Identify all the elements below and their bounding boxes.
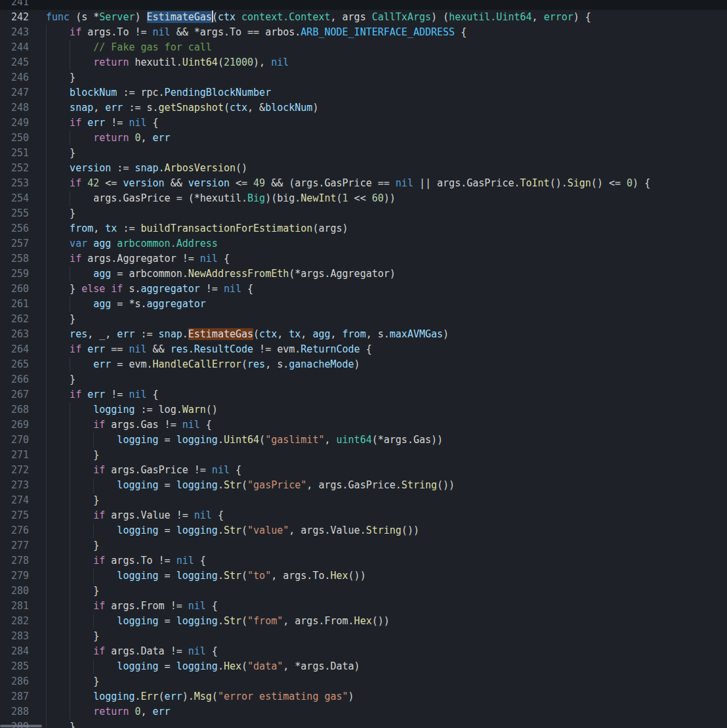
code-line[interactable]: 246} <box>0 70 727 85</box>
code-line[interactable]: 250return 0, err <box>0 131 727 146</box>
code-line[interactable]: 281if args.From != nil { <box>0 599 727 614</box>
line-number[interactable]: 272 <box>0 463 29 478</box>
line-number[interactable]: 283 <box>0 629 29 644</box>
code-editor[interactable]: 241242func (s *Server) EstimateGas(ctx c… <box>0 0 727 728</box>
line-number[interactable]: 280 <box>0 584 29 599</box>
code-line[interactable]: 243if args.To != nil && *args.To == arbo… <box>0 25 727 40</box>
code-line[interactable]: 270logging = logging.Uint64("gaslimit", … <box>0 433 727 448</box>
code-line[interactable]: 244// Fake gas for call <box>0 40 727 55</box>
line-number[interactable]: 257 <box>0 236 29 251</box>
code-line[interactable]: 245return hexutil.Uint64(21000), nil <box>0 55 727 70</box>
code-line[interactable]: 242func (s *Server) EstimateGas(ctx cont… <box>0 10 727 25</box>
line-number[interactable]: 263 <box>0 327 29 342</box>
line-number[interactable]: 259 <box>0 267 29 282</box>
code-line[interactable]: 283} <box>0 629 727 644</box>
code-line[interactable]: 260} else if s.aggregator != nil { <box>0 282 727 297</box>
line-number[interactable]: 274 <box>0 493 29 508</box>
code-line[interactable]: 263res, _, err := snap.EstimateGas(ctx, … <box>0 327 727 342</box>
line-number[interactable]: 270 <box>0 433 29 448</box>
code-line[interactable]: 274} <box>0 493 727 508</box>
code-line[interactable]: 265err = evm.HandleCallError(res, s.gana… <box>0 357 727 372</box>
code-line[interactable]: 267if err != nil { <box>0 387 727 402</box>
line-number[interactable]: 279 <box>0 568 29 584</box>
code-line[interactable]: 249if err != nil { <box>0 116 727 131</box>
code-line[interactable]: 241 <box>0 0 727 10</box>
line-number[interactable]: 242 <box>0 10 29 25</box>
line-number[interactable]: 284 <box>0 644 29 659</box>
line-number[interactable]: 282 <box>0 614 29 629</box>
line-number[interactable]: 262 <box>0 312 29 327</box>
line-number[interactable]: 248 <box>0 100 29 116</box>
line-number[interactable]: 281 <box>0 599 29 614</box>
line-number[interactable]: 250 <box>0 131 29 146</box>
code-line[interactable]: 269if args.Gas != nil { <box>0 418 727 433</box>
code-line[interactable]: 276logging = logging.Str("value", args.V… <box>0 523 727 538</box>
line-number[interactable]: 244 <box>0 40 29 55</box>
code-line[interactable]: 275if args.Value != nil { <box>0 508 727 523</box>
code-line[interactable]: 248snap, err := s.getSnapshot(ctx, &bloc… <box>0 100 727 116</box>
line-number[interactable]: 255 <box>0 206 29 221</box>
line-number[interactable]: 286 <box>0 674 29 689</box>
line-number[interactable]: 269 <box>0 418 29 433</box>
line-number[interactable]: 254 <box>0 191 29 206</box>
code-line[interactable]: 254args.GasPrice = (*hexutil.Big)(big.Ne… <box>0 191 727 206</box>
code-line[interactable]: 287logging.Err(err).Msg("error estimatin… <box>0 689 727 704</box>
line-number[interactable]: 275 <box>0 508 29 523</box>
code-line[interactable]: 255} <box>0 206 727 221</box>
line-number[interactable]: 247 <box>0 85 29 100</box>
code-line[interactable]: 288return 0, err <box>0 704 727 719</box>
line-number[interactable]: 260 <box>0 282 29 297</box>
code-line[interactable]: 251} <box>0 146 727 161</box>
code-line[interactable]: 258if args.Aggregator != nil { <box>0 251 727 267</box>
line-number[interactable]: 265 <box>0 357 29 372</box>
line-number[interactable]: 267 <box>0 387 29 402</box>
line-number[interactable]: 258 <box>0 251 29 267</box>
code-line[interactable]: 279logging = logging.Str("to", args.To.H… <box>0 568 727 584</box>
line-number[interactable]: 253 <box>0 176 29 191</box>
line-number[interactable]: 277 <box>0 538 29 553</box>
line-number[interactable]: 266 <box>0 372 29 387</box>
horizontal-scrollbar-thumb[interactable] <box>0 725 42 727</box>
line-number[interactable]: 273 <box>0 478 29 493</box>
line-number[interactable]: 276 <box>0 523 29 538</box>
line-number[interactable]: 249 <box>0 116 29 131</box>
line-number[interactable]: 243 <box>0 25 29 40</box>
line-number[interactable]: 246 <box>0 70 29 85</box>
code-line[interactable]: 268logging := log.Warn() <box>0 402 727 418</box>
line-number[interactable]: 288 <box>0 704 29 719</box>
line-number[interactable]: 278 <box>0 553 29 568</box>
line-number[interactable]: 252 <box>0 161 29 176</box>
code-line[interactable]: 289} <box>0 719 727 728</box>
code-line[interactable]: 278if args.To != nil { <box>0 553 727 568</box>
code-line[interactable]: 277} <box>0 538 727 553</box>
code-line[interactable]: 284if args.Data != nil { <box>0 644 727 659</box>
code-line[interactable]: 271} <box>0 448 727 463</box>
code-line[interactable]: 273logging = logging.Str("gasPrice", arg… <box>0 478 727 493</box>
code-line[interactable]: 252version := snap.ArbosVersion() <box>0 161 727 176</box>
code-line[interactable]: 266} <box>0 372 727 387</box>
line-number[interactable]: 264 <box>0 342 29 357</box>
code-line[interactable]: 259agg = arbcommon.NewAddressFromEth(*ar… <box>0 267 727 282</box>
code-line[interactable]: 280} <box>0 584 727 599</box>
indent-guide <box>46 463 47 478</box>
code-line[interactable]: 257var agg arbcommon.Address <box>0 236 727 251</box>
code-line[interactable]: 261agg = *s.aggregator <box>0 297 727 312</box>
line-number[interactable]: 245 <box>0 55 29 70</box>
line-number[interactable]: 241 <box>0 0 29 10</box>
code-line[interactable]: 272if args.GasPrice != nil { <box>0 463 727 478</box>
code-line[interactable]: 285logging = logging.Hex("data", *args.D… <box>0 659 727 674</box>
code-line[interactable]: 262} <box>0 312 727 327</box>
line-number[interactable]: 268 <box>0 402 29 418</box>
code-line[interactable]: 282logging = logging.Str("from", args.Fr… <box>0 614 727 629</box>
line-number[interactable]: 285 <box>0 659 29 674</box>
code-line[interactable]: 286} <box>0 674 727 689</box>
line-number[interactable]: 251 <box>0 146 29 161</box>
line-number[interactable]: 261 <box>0 297 29 312</box>
code-line[interactable]: 264if err == nil && res.ResultCode != ev… <box>0 342 727 357</box>
line-number[interactable]: 271 <box>0 448 29 463</box>
code-line[interactable]: 256from, tx := buildTransactionForEstima… <box>0 221 727 236</box>
line-number[interactable]: 287 <box>0 689 29 704</box>
line-number[interactable]: 256 <box>0 221 29 236</box>
code-line[interactable]: 247blockNum := rpc.PendingBlockNumber <box>0 85 727 100</box>
code-line[interactable]: 253if 42 <= version && version <= 49 && … <box>0 176 727 191</box>
